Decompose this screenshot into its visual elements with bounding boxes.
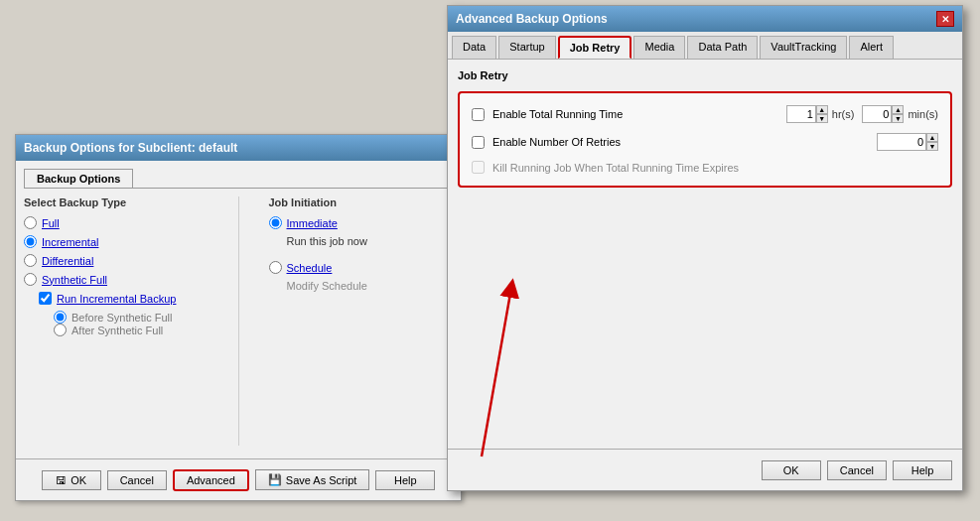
radio-after-synthetic-label: After Synthetic Full [71,325,163,336]
radio-synthetic-full-input[interactable] [24,273,37,286]
backup-type-title: Select Backup Type [24,196,209,208]
backup-options-window: Backup Options for Subclient: default Ba… [15,134,462,501]
bg-advanced-button[interactable]: Advanced [173,469,249,491]
mins-label: min(s) [908,108,938,120]
enable-total-running-time-checkbox[interactable] [472,108,485,121]
radio-synthetic-full[interactable]: Synthetic Full [24,273,209,286]
radio-synthetic-full-label: Synthetic Full [42,274,107,286]
kill-running-job-label: Kill Running Job When Total Running Time… [492,162,938,174]
radio-incremental-label: Incremental [42,236,98,248]
radio-full[interactable]: Full [24,216,209,229]
advanced-backup-options-window: Advanced Backup Options ✕ Data Startup J… [447,5,963,491]
enable-number-of-retries-checkbox[interactable] [472,136,485,149]
tab-backup-options[interactable]: Backup Options [24,169,133,188]
bg-ok-label: OK [70,474,86,486]
adv-close-button[interactable]: ✕ [936,11,954,27]
adv-title: Advanced Backup Options [456,12,608,26]
sub-radio-group: Before Synthetic Full After Synthetic Fu… [54,311,209,336]
adv-titlebar: Advanced Backup Options ✕ [448,6,962,32]
adv-bottom-bar: OK Cancel Help [448,449,962,490]
radio-incremental-input[interactable] [24,235,37,248]
retries-spinbox-btns: ▲ ▼ [926,133,938,151]
job-initiation-group: Immediate Run this job now Schedule Modi… [269,216,454,292]
backup-type-column: Select Backup Type Full Incremental Diff… [24,196,209,446]
radio-immediate[interactable]: Immediate [269,216,454,229]
content-area: Select Backup Type Full Incremental Diff… [24,196,453,446]
hrs-input[interactable] [786,105,816,123]
radio-full-label: Full [42,217,60,229]
adv-tab-bar: Data Startup Job Retry Media Data Path V… [448,32,962,60]
bg-window-title: Backup Options for Subclient: default [24,141,237,155]
backup-type-group: Full Incremental Differential Synthetic … [24,216,209,336]
radio-differential-input[interactable] [24,254,37,267]
radio-immediate-input[interactable] [269,216,282,229]
radio-immediate-label: Immediate [287,217,338,229]
adv-options-box: Enable Total Running Time ▲ ▼ hr(s) [458,91,952,188]
mins-input[interactable] [862,105,892,123]
radio-schedule[interactable]: Schedule [269,261,454,274]
radio-before-synthetic-input[interactable] [54,311,67,324]
radio-schedule-input[interactable] [269,261,282,274]
retries-spinbox: ▲ ▼ [877,133,938,151]
radio-differential[interactable]: Differential [24,254,209,267]
tab-data-path[interactable]: Data Path [687,36,758,59]
tab-job-retry[interactable]: Job Retry [558,36,632,59]
tab-startup[interactable]: Startup [498,36,555,59]
retries-down-btn[interactable]: ▼ [926,142,938,151]
tab-data[interactable]: Data [452,36,496,59]
bg-window-body: Backup Options Select Backup Type Full I… [16,161,461,500]
bg-ok-button[interactable]: 🖫 OK [42,470,101,490]
retries-up-btn[interactable]: ▲ [926,133,938,142]
number-of-retries-row: Enable Number Of Retries ▲ ▼ [472,133,938,151]
tab-vault-tracking[interactable]: VaultTracking [760,36,847,59]
ok-icon: 🖫 [56,474,67,486]
hrs-down-btn[interactable]: ▼ [816,114,828,123]
tab-alert[interactable]: Alert [849,36,894,59]
radio-after-synthetic[interactable]: After Synthetic Full [54,324,209,336]
bg-window-titlebar: Backup Options for Subclient: default [16,135,461,161]
adv-cancel-button[interactable]: Cancel [827,460,887,480]
mins-spinbox: ▲ ▼ [862,105,904,123]
kill-running-job-row: Kill Running Job When Total Running Time… [472,161,938,174]
bg-save-as-script-label: Save As Script [286,474,357,486]
bg-help-button[interactable]: Help [375,470,435,490]
enable-total-running-time-label: Enable Total Running Time [492,108,778,120]
adv-section-title: Job Retry [458,69,952,81]
radio-full-input[interactable] [24,216,37,229]
mins-up-btn[interactable]: ▲ [892,105,904,114]
radio-schedule-label: Schedule [287,262,333,274]
run-incremental-label: Run Incremental Backup [57,293,176,305]
bg-tab-bar: Backup Options [24,169,453,189]
modify-schedule-text: Modify Schedule [287,280,454,292]
column-divider [238,196,239,446]
bg-bottom-bar: 🖫 OK Cancel Advanced 💾 Save As Script He… [16,458,461,500]
radio-differential-label: Differential [42,255,93,267]
retries-input[interactable] [877,133,926,151]
enable-number-of-retries-label: Enable Number Of Retries [492,136,869,148]
hrs-label: hr(s) [832,108,855,120]
tab-media[interactable]: Media [633,36,685,59]
radio-before-synthetic[interactable]: Before Synthetic Full [54,311,209,324]
radio-after-synthetic-input[interactable] [54,324,67,336]
radio-before-synthetic-label: Before Synthetic Full [71,312,173,324]
hrs-up-btn[interactable]: ▲ [816,105,828,114]
kill-running-job-checkbox[interactable] [472,161,485,174]
hrs-spinbox-btns: ▲ ▼ [816,105,828,123]
mins-spinbox-group: ▲ ▼ min(s) [862,105,938,123]
bg-save-as-script-button[interactable]: 💾 Save As Script [255,469,370,490]
job-initiation-title: Job Initiation [269,196,454,208]
adv-body: Job Retry Enable Total Running Time ▲ ▼ … [448,60,962,464]
hrs-spinbox: ▲ ▼ [786,105,828,123]
bg-cancel-button[interactable]: Cancel [107,470,167,490]
adv-help-button[interactable]: Help [893,460,952,480]
adv-ok-button[interactable]: OK [762,460,821,480]
radio-incremental[interactable]: Incremental [24,235,209,248]
script-icon: 💾 [268,473,282,486]
hrs-spinbox-group: ▲ ▼ hr(s) [786,105,855,123]
mins-down-btn[interactable]: ▼ [892,114,904,123]
run-incremental-checkbox-row[interactable]: Run Incremental Backup [39,292,209,305]
run-job-now-text: Run this job now [287,235,454,247]
run-incremental-checkbox[interactable] [39,292,52,305]
mins-spinbox-btns: ▲ ▼ [892,105,904,123]
total-running-time-row: Enable Total Running Time ▲ ▼ hr(s) [472,105,938,123]
